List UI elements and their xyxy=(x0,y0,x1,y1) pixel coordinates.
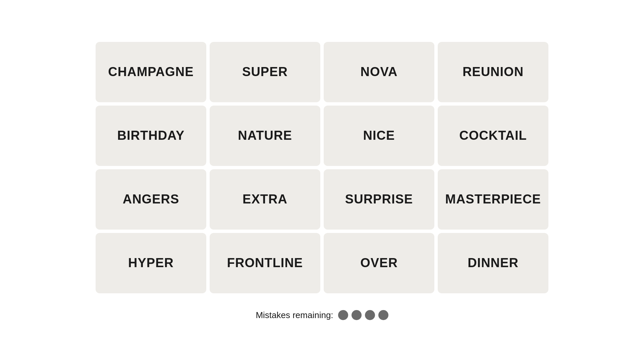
mistakes-dots xyxy=(338,310,388,320)
tile-over[interactable]: OVER xyxy=(324,233,434,293)
tile-label-reunion: REUNION xyxy=(463,65,524,79)
tile-dinner[interactable]: DINNER xyxy=(438,233,548,293)
word-grid: CHAMPAGNESUPERNOVAREUNIONBIRTHDAYNATUREN… xyxy=(96,42,548,293)
tile-nova[interactable]: NOVA xyxy=(324,42,434,102)
tile-label-angers: ANGERS xyxy=(123,192,179,206)
tile-label-nature: NATURE xyxy=(238,128,292,143)
tile-angers[interactable]: ANGERS xyxy=(96,169,206,230)
tile-label-extra: EXTRA xyxy=(243,192,287,206)
tile-label-nice: NICE xyxy=(363,128,395,143)
tile-reunion[interactable]: REUNION xyxy=(438,42,548,102)
tile-label-hyper: HYPER xyxy=(128,256,174,270)
tile-label-surprise: SURPRISE xyxy=(345,192,413,206)
mistake-dot-1 xyxy=(338,310,348,320)
tile-hyper[interactable]: HYPER xyxy=(96,233,206,293)
tile-extra[interactable]: EXTRA xyxy=(210,169,320,230)
mistake-dot-2 xyxy=(352,310,362,320)
tile-label-nova: NOVA xyxy=(361,65,398,79)
tile-cocktail[interactable]: COCKTAIL xyxy=(438,106,548,166)
tile-label-dinner: DINNER xyxy=(468,256,519,270)
tile-birthday[interactable]: BIRTHDAY xyxy=(96,106,206,166)
tile-label-frontline: FRONTLINE xyxy=(227,256,303,270)
tile-label-birthday: BIRTHDAY xyxy=(117,128,185,143)
tile-frontline[interactable]: FRONTLINE xyxy=(210,233,320,293)
tile-label-masterpiece: MASTERPIECE xyxy=(445,192,541,206)
mistake-dot-3 xyxy=(365,310,375,320)
mistakes-label: Mistakes remaining: xyxy=(256,310,333,320)
tile-nature[interactable]: NATURE xyxy=(210,106,320,166)
mistake-dot-4 xyxy=(378,310,388,320)
tile-masterpiece[interactable]: MASTERPIECE xyxy=(438,169,548,230)
mistakes-row: Mistakes remaining: xyxy=(256,310,388,320)
tile-super[interactable]: SUPER xyxy=(210,42,320,102)
tile-nice[interactable]: NICE xyxy=(324,106,434,166)
tile-label-over: OVER xyxy=(360,256,398,270)
tile-label-super: SUPER xyxy=(242,65,288,79)
tile-label-cocktail: COCKTAIL xyxy=(459,128,527,143)
tile-label-champagne: CHAMPAGNE xyxy=(108,65,194,79)
tile-surprise[interactable]: SURPRISE xyxy=(324,169,434,230)
tile-champagne[interactable]: CHAMPAGNE xyxy=(96,42,206,102)
